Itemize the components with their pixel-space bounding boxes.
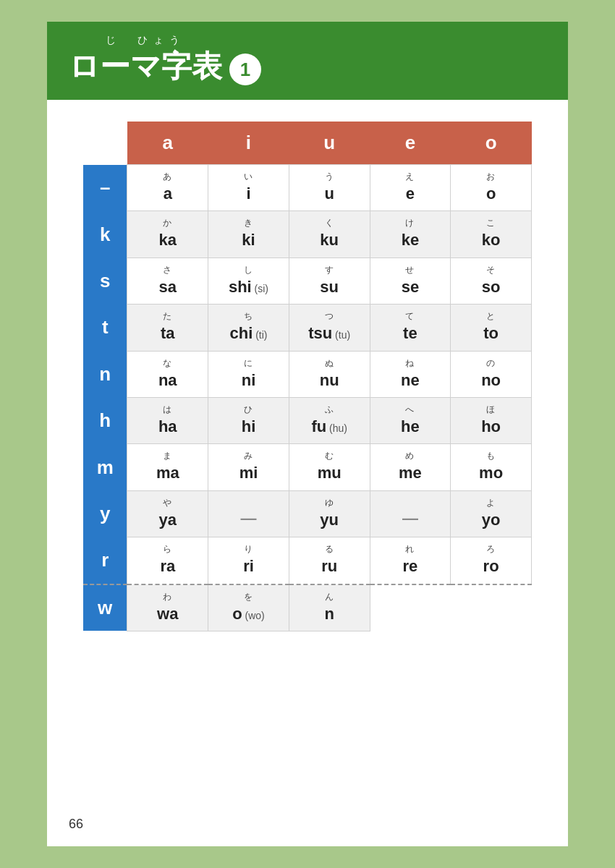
table-wrapper: a i u e o –あaいiうuえeおokかkaきkiくkuけkeこkosさs… <box>47 122 568 631</box>
table-cell: おo <box>451 165 532 211</box>
col-header-i: i <box>208 122 289 165</box>
header-bar: じ ひょう ローマ字表 1 <box>47 22 568 100</box>
col-header-u: u <box>289 122 370 165</box>
table-cell: のno <box>451 351 532 397</box>
table-cell: ゆyu <box>289 490 370 537</box>
table-cell: しshi (si) <box>208 258 289 304</box>
row-header-t: t <box>83 305 127 351</box>
table-cell: やya <box>127 490 208 537</box>
table-cell: ちchi (ti) <box>208 305 289 351</box>
table-cell: とto <box>451 305 532 351</box>
table-cell: ろro <box>451 537 532 584</box>
table-cell: — <box>208 490 289 537</box>
table-cell: うu <box>289 165 370 211</box>
table-cell: ほho <box>451 397 532 443</box>
table-cell: よyo <box>451 490 532 537</box>
table-cell: くku <box>289 211 370 258</box>
table-cell: せse <box>370 258 451 304</box>
table-cell: ぬnu <box>289 351 370 397</box>
table-cell: えe <box>370 165 451 211</box>
row-header-n: n <box>83 351 127 397</box>
col-header-a: a <box>127 122 208 165</box>
table-cell: すsu <box>289 258 370 304</box>
table-cell: むmu <box>289 444 370 490</box>
row-header-y: y <box>83 490 127 537</box>
table-cell: なna <box>127 351 208 397</box>
table-cell <box>370 584 451 631</box>
table-cell: — <box>370 490 451 537</box>
row-header-w: w <box>83 584 127 631</box>
title-ruby: じ ひょう <box>106 35 185 45</box>
row-header-h: h <box>83 397 127 443</box>
table-cell: けke <box>370 211 451 258</box>
table-cell: ふfu (hu) <box>289 397 370 443</box>
table-cell: ねne <box>370 351 451 397</box>
table-cell: ひhi <box>208 397 289 443</box>
table-cell: るru <box>289 537 370 584</box>
title-text: ローマ字表 <box>69 46 222 87</box>
col-header-e: e <box>370 122 451 165</box>
table-cell: みmi <box>208 444 289 490</box>
row-header-r: r <box>83 537 127 584</box>
table-cell: はha <box>127 397 208 443</box>
row-header-k: k <box>83 211 127 258</box>
table-cell: てte <box>370 305 451 351</box>
col-header-o: o <box>451 122 532 165</box>
table-cell: そso <box>451 258 532 304</box>
table-cell: りri <box>208 537 289 584</box>
table-cell: にni <box>208 351 289 397</box>
table-cell: れre <box>370 537 451 584</box>
page: じ ひょう ローマ字表 1 a i u e o –あaいiうuえeおokかkaき… <box>47 22 568 846</box>
row-header-s: s <box>83 258 127 304</box>
table-cell: つtsu (tu) <box>289 305 370 351</box>
corner-cell <box>83 122 127 165</box>
header-title: じ ひょう ローマ字表 1 <box>69 35 546 87</box>
romaji-table: a i u e o –あaいiうuえeおokかkaきkiくkuけkeこkosさs… <box>83 122 532 631</box>
table-cell: へhe <box>370 397 451 443</box>
table-cell <box>451 584 532 631</box>
table-cell: こko <box>451 211 532 258</box>
table-cell: んn <box>289 584 370 631</box>
row-header-m: m <box>83 444 127 490</box>
table-cell: たta <box>127 305 208 351</box>
title-circle: 1 <box>229 54 261 85</box>
table-cell: をo (wo) <box>208 584 289 631</box>
table-cell: あa <box>127 165 208 211</box>
table-cell: かka <box>127 211 208 258</box>
table-cell: いi <box>208 165 289 211</box>
table-cell: めme <box>370 444 451 490</box>
table-cell: らra <box>127 537 208 584</box>
table-cell: もmo <box>451 444 532 490</box>
table-cell: きki <box>208 211 289 258</box>
table-cell: さsa <box>127 258 208 304</box>
row-header-–: – <box>83 165 127 211</box>
table-cell: まma <box>127 444 208 490</box>
table-cell: わwa <box>127 584 208 631</box>
page-number: 66 <box>69 817 83 832</box>
